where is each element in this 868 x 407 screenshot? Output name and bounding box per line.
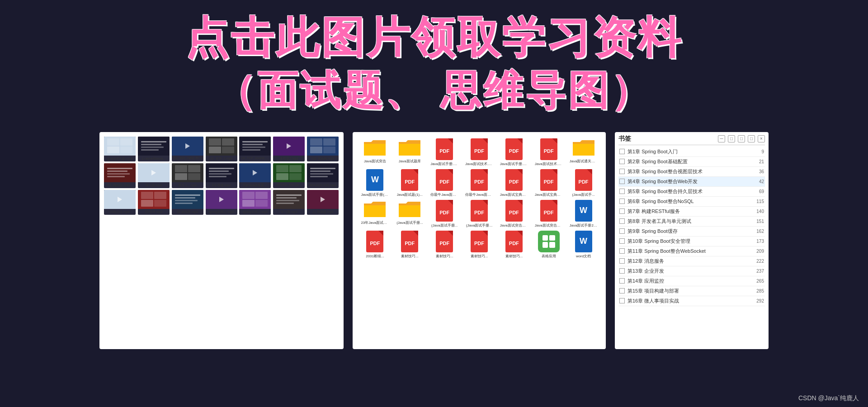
file-item[interactable]: 23年Java面试八...	[359, 200, 391, 228]
file-item[interactable]: 表格应用	[533, 231, 565, 259]
bookmark-checkbox[interactable]	[619, 228, 625, 234]
video-thumb[interactable]: 020.初始化.mp4	[307, 137, 339, 161]
file-item[interactable]: Wword文档	[567, 231, 599, 259]
bookmark-item[interactable]: 第14章 应用监控265	[618, 276, 765, 286]
bookmark-text: 第5章 Spring Boot整合持久层技术	[627, 188, 757, 195]
bookmark-text: 第12章 消息服务	[627, 258, 755, 265]
file-item[interactable]: PDFJava面试宝典PI...	[533, 169, 565, 197]
bookmark-text: 第13章 企业开发	[627, 268, 755, 274]
file-item[interactable]: PDF素材技巧...	[498, 231, 530, 259]
bookmark-item[interactable]: 第10章 Spring Boot安全管理173	[618, 237, 765, 246]
video-panel: jquery测试题.mp4 1.cache和store... 03_Join_Y…	[99, 132, 344, 349]
file-item[interactable]: PDFJava面试技术.pdf	[533, 138, 565, 166]
bookmark-item[interactable]: 第11章 Spring Boot整合WebSocket209	[618, 246, 765, 256]
bookmark-page: 36	[759, 169, 764, 174]
bookmark-item[interactable]: 第8章 开发者工具与单元测试151	[618, 217, 765, 227]
video-thumb[interactable]: ParNew收集器...	[239, 163, 271, 188]
video-thumb[interactable]: 23.排序.mp4	[138, 190, 170, 215]
file-label: Java面试突击主...	[500, 223, 528, 228]
bookmark-item[interactable]: 第12章 消息服务222	[618, 256, 765, 266]
bookmark-checkbox[interactable]	[619, 288, 625, 293]
bookmark-checkbox[interactable]	[619, 218, 625, 224]
video-thumb[interactable]: 07linux_rpm-yu...	[273, 163, 305, 188]
file-item[interactable]: WJava面试手册24...	[567, 200, 599, 228]
video-label: 21.和谐器.mp4	[307, 209, 339, 215]
bookmark-checkbox[interactable]	[619, 238, 625, 244]
bookmark-item[interactable]: 第7章 构建RESTful服务140	[618, 207, 765, 217]
file-item[interactable]: PDF你最牛Java面试...	[429, 169, 461, 197]
bookmark-checkbox[interactable]	[619, 298, 625, 303]
video-thumb[interactable]: 回顾总结.mp4	[104, 190, 136, 215]
video-thumb[interactable]: 004.AQS介绍.mp4	[307, 163, 339, 188]
file-item[interactable]: PDF(Java面试手册...	[429, 200, 461, 228]
bookmark-item[interactable]: 第3章 Spring Boot整合视图层技术36	[618, 167, 765, 177]
file-item[interactable]: PDF(Java面试手...	[567, 169, 599, 197]
bookmark-checkbox[interactable]	[619, 169, 625, 174]
bookmark-checkbox[interactable]	[619, 159, 625, 164]
file-item[interactable]: PDFJava面试技术.pdf	[463, 138, 495, 166]
file-item[interactable]: (Java面试手册...	[394, 200, 426, 228]
video-thumb[interactable]: 12.超线程.mp4	[172, 190, 203, 215]
bookmark-item[interactable]: 第2章 Spring Boot基础配置21	[618, 157, 765, 167]
bookmark-page: 42	[759, 179, 764, 184]
file-item[interactable]: PDFJava面试手册.pdf	[498, 138, 530, 166]
file-item[interactable]: PDF素材技巧...	[463, 231, 495, 259]
file-label: 23年Java面试八...	[361, 220, 389, 225]
close-button[interactable]: ×	[758, 135, 765, 142]
bookmark-checkbox[interactable]	[619, 278, 625, 284]
file-label: 你最牛Java面试...	[465, 192, 493, 197]
bookmark-checkbox[interactable]	[619, 149, 625, 154]
video-thumb[interactable]: 21.和谐器.mp4	[307, 190, 339, 215]
bookmark-checkbox[interactable]	[619, 179, 625, 184]
minimize-button[interactable]: ─	[718, 135, 725, 142]
bookmark-checkbox[interactable]	[619, 208, 625, 214]
video-thumb[interactable]: jquery测试题.mp4	[104, 137, 136, 161]
video-thumb[interactable]: 学习题.mp4	[138, 163, 170, 188]
file-item[interactable]: PDF素材技巧...	[394, 231, 426, 259]
bookmark-checkbox[interactable]	[619, 248, 625, 254]
restore-button[interactable]: □	[728, 135, 735, 142]
file-item[interactable]: PDF(Java面试手册...	[463, 200, 495, 228]
bookmark-item[interactable]: 第15章 项目构建与部署285	[618, 286, 765, 296]
bookmark-checkbox[interactable]	[619, 189, 625, 194]
file-item[interactable]: Java面试通关手册	[567, 138, 599, 166]
bookmark-item[interactable]: 第5章 Spring Boot整合持久层技术69	[618, 187, 765, 197]
file-item[interactable]: PDFJava面试宝典PI...	[498, 169, 530, 197]
file-item[interactable]: WJava面试手册(1)...	[359, 169, 391, 197]
video-label: 30_排序_2.mp4	[206, 156, 237, 161]
float-button[interactable]: □	[748, 135, 755, 142]
bookmark-item[interactable]: 第6章 Spring Boot整合NoSQL115	[618, 197, 765, 207]
file-item[interactable]: PDF你最牛Java面试...	[463, 169, 495, 197]
file-item[interactable]: PDFJava面试手册.pdf	[429, 138, 461, 166]
video-thumb[interactable]: 8-5 快捷.mp4	[206, 163, 237, 188]
file-item[interactable]: PDFJava面试突击主...	[498, 200, 530, 228]
file-label: (Java面试手册...	[396, 220, 423, 225]
video-thumb[interactable]: 课后上_.mp4	[172, 163, 203, 188]
bookmark-item[interactable]: 第9章 Spring Boot缓存162	[618, 227, 765, 237]
bookmark-item[interactable]: 第16章 微人事项目实战292	[618, 296, 765, 306]
bookmark-page: 151	[756, 219, 764, 224]
bookmark-item[interactable]: 第4章 Spring Boot整合Web开发42	[618, 177, 765, 187]
bookmark-item[interactable]: 第1章 Spring Boot入门9	[618, 147, 765, 157]
bookmark-checkbox[interactable]	[619, 268, 625, 274]
video-thumb[interactable]: 03_Join_Yield_Pr...	[172, 137, 203, 161]
bookmark-item[interactable]: 第13章 企业开发237	[618, 266, 765, 276]
video-label: 04_TCP_Socket_...	[239, 156, 271, 161]
bookmark-checkbox[interactable]	[619, 199, 625, 204]
video-thumb[interactable]: spring初级心.mp4	[206, 190, 237, 215]
bookmark-checkbox[interactable]	[619, 258, 625, 264]
file-item[interactable]: Java面试突击	[359, 138, 391, 166]
file-item[interactable]: PDF2031断续...	[359, 231, 391, 259]
video-thumb[interactable]: 学习题.mp4	[273, 190, 305, 215]
video-thumb[interactable]: spring初级心.mp4	[239, 190, 271, 215]
file-item[interactable]: PDFJava面试突击主...	[533, 200, 565, 228]
maximize-button[interactable]: □	[738, 135, 745, 142]
video-thumb[interactable]: 30_排序_2.mp4	[206, 137, 237, 161]
video-thumb[interactable]: 04_TCP_Socket_...	[239, 137, 271, 161]
video-thumb[interactable]: 1.cache和store...	[138, 137, 170, 161]
video-thumb[interactable]: 03_MySQL介绍...	[104, 163, 136, 188]
video-thumb[interactable]: 多维度2.mp4	[273, 137, 305, 161]
file-item[interactable]: Java面试题库	[394, 138, 426, 166]
file-item[interactable]: PDFJava面试题(1)...	[394, 169, 426, 197]
file-item[interactable]: PDF素材技巧...	[429, 231, 461, 259]
